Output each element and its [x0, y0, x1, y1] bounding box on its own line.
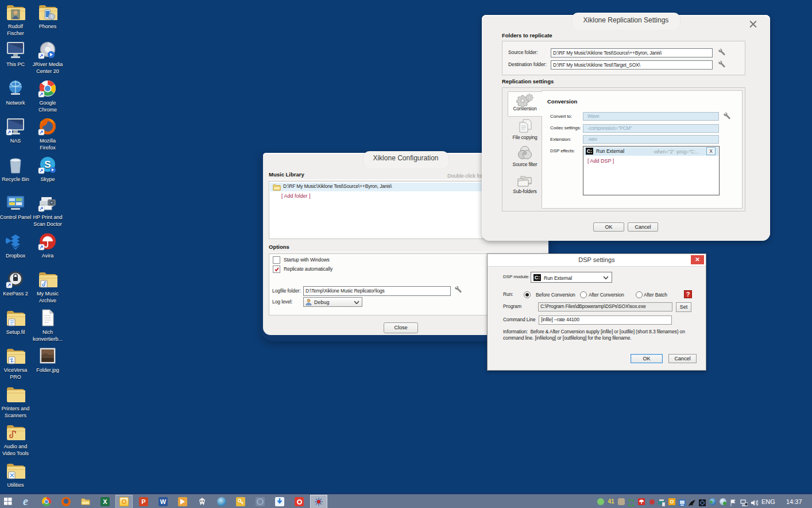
svg-text:S: S [44, 159, 51, 170]
